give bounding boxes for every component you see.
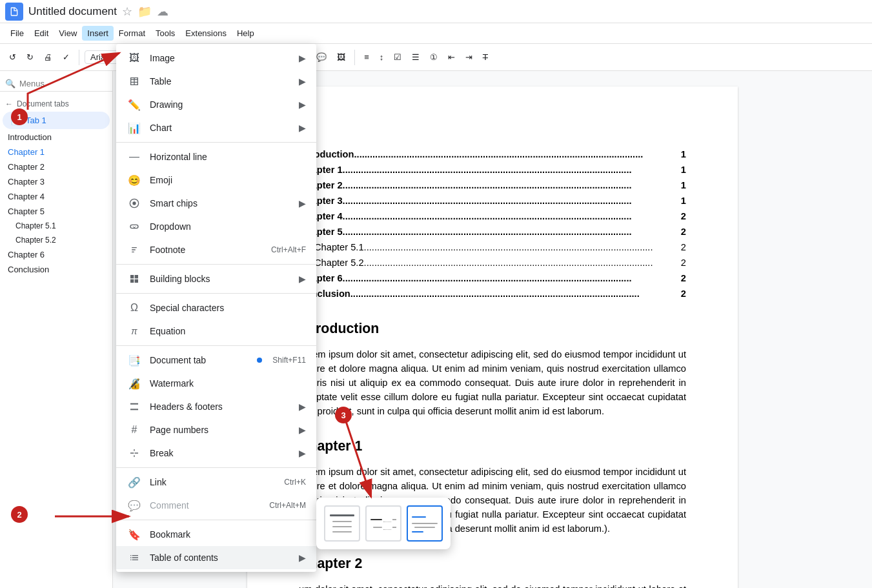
insert-dropdown-menu: 🖼 Image ▶ Table ▶ ✏️ Drawing ▶ 📊 Chart ▶… (116, 44, 316, 572)
nav-conclusion[interactable]: Conclusion (0, 262, 112, 277)
menu-item-document-tab[interactable]: 📑 Document tab Shift+F11 (116, 349, 316, 372)
footnote-icon (127, 242, 142, 258)
menu-item-watermark[interactable]: 🔏 Watermark (116, 372, 316, 395)
menu-item-smart-chips[interactable]: Smart chips ▶ (116, 192, 316, 215)
search-input[interactable] (19, 79, 107, 88)
toc-row-chapter3: Chapter 31 (299, 194, 686, 208)
chapter2-heading: Chapter 2 (299, 554, 686, 574)
menu-item-comment[interactable]: 💬 Comment Ctrl+Alt+M (116, 494, 316, 517)
toc-row-conclusion: Conclusion2 (299, 287, 686, 301)
divider3 (116, 293, 316, 294)
app-icon (5, 3, 23, 21)
cloud-icon[interactable]: ☁ (157, 5, 168, 19)
nav-chapter1[interactable]: Chapter 1 (0, 145, 112, 159)
toc-row-chapter4: Chapter 42 (299, 209, 686, 223)
hr-icon: — (127, 149, 142, 165)
menu-tools[interactable]: Tools (150, 26, 180, 41)
table-arrow: ▶ (299, 76, 306, 86)
numbered-list-button[interactable]: ① (426, 50, 441, 64)
search-icon: 🔍 (5, 79, 15, 88)
bullet-list-button[interactable]: ☰ (408, 50, 423, 64)
nav-chapter5[interactable]: Chapter 5 (0, 204, 112, 219)
menu-item-hr[interactable]: — Horizontal line (116, 145, 316, 168)
menu-item-equation[interactable]: π Equation (116, 319, 316, 343)
intro-heading: Introduction (299, 319, 686, 340)
image-icon: 🖼 (127, 50, 142, 66)
divider4 (116, 345, 316, 346)
nav-chapter52[interactable]: Chapter 5.2 (0, 233, 112, 247)
chapter2-body: um dolor sit amet, consectetur adipiscin… (299, 582, 686, 588)
folder-icon[interactable]: 📁 (137, 5, 152, 19)
nav-chapter2[interactable]: Chapter 2 (0, 159, 112, 174)
menu-file[interactable]: File (5, 26, 29, 41)
menu-format[interactable]: Format (114, 26, 150, 41)
menu-item-toc[interactable]: Table of contents ▶ (116, 546, 316, 569)
clear-format-button[interactable]: T̶ (479, 50, 492, 64)
nav-chapter51[interactable]: Chapter 5.1 (0, 219, 112, 233)
smart-chips-arrow: ▶ (299, 198, 306, 208)
toc-row-chapter2: Chapter 21 (299, 178, 686, 192)
link-menu-icon: 🔗 (127, 474, 142, 490)
star-icon[interactable]: ☆ (122, 5, 132, 19)
back-icon[interactable]: ← (5, 99, 13, 108)
menu-item-emoji[interactable]: 😊 Emoji (116, 168, 316, 192)
page-numbers-icon: # (127, 422, 142, 438)
svg-rect-5 (130, 279, 134, 283)
divider6 (116, 520, 316, 520)
svg-rect-7 (130, 403, 138, 405)
menu-item-special-chars[interactable]: Ω Special characters (116, 296, 316, 319)
menu-item-footnote[interactable]: Footnote Ctrl+Alt+F (116, 238, 316, 261)
indent-increase-button[interactable]: ⇥ (461, 50, 476, 64)
menu-item-dropdown[interactable]: Dropdown (116, 215, 316, 238)
menu-item-page-numbers[interactable]: # Page numbers ▶ (116, 418, 316, 441)
menu-item-link[interactable]: 🔗 Link Ctrl+K (116, 471, 316, 494)
menu-item-image[interactable]: 🖼 Image ▶ (116, 46, 316, 70)
document-tab-icon: 📑 (127, 352, 142, 368)
toc-row-chapter1: Chapter 11 (299, 163, 686, 177)
nav-chapter4[interactable]: Chapter 4 (0, 189, 112, 204)
comment-menu-icon: 💬 (127, 498, 142, 513)
checklist-button[interactable]: ☑ (390, 50, 405, 64)
toolbar-print[interactable]: 🖨 (40, 50, 56, 64)
menu-insert[interactable]: Insert (82, 26, 114, 41)
divider5 (116, 467, 316, 468)
divider2 (116, 264, 316, 265)
menu-item-headers-footers[interactable]: Headers & footers ▶ (116, 395, 316, 418)
svg-rect-4 (135, 275, 138, 278)
svg-rect-8 (130, 409, 138, 410)
indent-decrease-button[interactable]: ⇤ (444, 50, 459, 64)
align-button[interactable]: ≡ (360, 50, 373, 64)
drawing-icon: ✏️ (127, 97, 142, 112)
menu-item-table[interactable]: Table ▶ (116, 70, 316, 93)
nav-chapter6[interactable]: Chapter 6 (0, 247, 112, 262)
line-spacing-button[interactable]: ↕ (376, 50, 388, 64)
toc-submenu (316, 498, 451, 549)
menu-extensions[interactable]: Extensions (180, 26, 232, 41)
headers-arrow: ▶ (299, 401, 306, 412)
toc-option-blue[interactable] (407, 505, 443, 542)
menu-item-drawing[interactable]: ✏️ Drawing ▶ (116, 93, 316, 116)
chart-icon: 📊 (127, 120, 142, 136)
menu-item-building-blocks[interactable]: Building blocks ▶ (116, 267, 316, 290)
toc-option-plain[interactable] (324, 505, 360, 542)
nav-chapter3[interactable]: Chapter 3 (0, 174, 112, 189)
break-arrow: ▶ (299, 448, 306, 458)
menu-item-chart[interactable]: 📊 Chart ▶ (116, 116, 316, 139)
document-title[interactable]: Untitled document (28, 5, 117, 18)
menu-edit[interactable]: Edit (29, 26, 54, 41)
menu-view[interactable]: View (54, 26, 82, 41)
toc-option-dotted[interactable] (365, 505, 401, 542)
menu-help[interactable]: Help (232, 26, 259, 41)
building-blocks-arrow: ▶ (299, 274, 306, 284)
toc-row-chapter5: Chapter 52 (299, 225, 686, 239)
toolbar-spellcheck[interactable]: ✓ (59, 50, 74, 64)
menu-item-break[interactable]: Break ▶ (116, 441, 316, 465)
toolbar-undo[interactable]: ↺ (5, 50, 20, 64)
page-numbers-arrow: ▶ (299, 425, 306, 435)
toolbar-redo[interactable]: ↻ (23, 50, 37, 64)
bookmark-icon: 🔖 (127, 527, 142, 542)
menu-bar: File Edit View Insert Format Tools Exten… (0, 23, 872, 44)
image-insert-button[interactable]: 🖼 (333, 50, 349, 64)
menu-item-bookmark[interactable]: 🔖 Bookmark (116, 523, 316, 546)
nav-introduction[interactable]: Introduction (0, 130, 112, 145)
